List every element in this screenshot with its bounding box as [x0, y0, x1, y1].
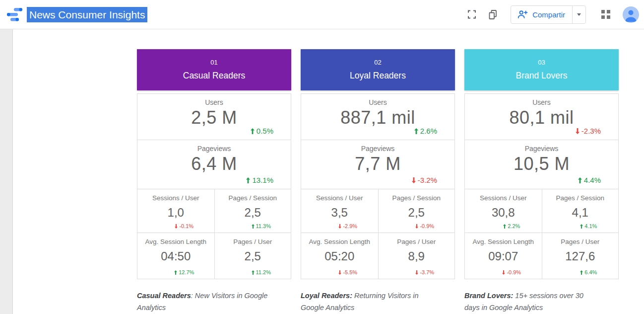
trend-arrow-icon — [414, 128, 418, 134]
card-scorecards: Users 80,1 mil -2.3% Pageviews 10,5 M 4.… — [464, 93, 619, 279]
metrics-grid-row: Sessions / User 1,0 -0.1% Pages / Sessio… — [137, 189, 291, 233]
metric-value: 2,5 M — [137, 107, 291, 128]
metric-label: Pages / User — [379, 233, 455, 245]
metric-label: Pageviews — [301, 140, 454, 153]
segment-caption: Casual Readers: New Visitors in Google A… — [137, 290, 270, 314]
metric-value: 8,9 — [379, 249, 455, 263]
metric-label: Pages / Session — [379, 189, 455, 202]
share-button-main[interactable]: Compartir — [511, 6, 572, 23]
metric-change: -0.9% — [465, 269, 542, 275]
users-scorecard: Users 2,5 M 0.5% — [137, 94, 291, 140]
trend-arrow-icon — [246, 177, 250, 183]
metric-value: 80,1 mil — [465, 107, 618, 128]
pages-per-session-scorecard: Pages / Session 2,5 11.3% — [214, 189, 291, 233]
card-number: 01 — [210, 59, 217, 66]
trend-arrow-icon — [576, 128, 580, 134]
metric-value: 887,1 mil — [301, 107, 454, 128]
metric-value: 04:50 — [137, 249, 214, 263]
metric-label: Sessions / User — [301, 189, 378, 202]
metric-change: -5.5% — [301, 269, 378, 275]
card-title: Brand Lovers — [515, 71, 567, 81]
pages-per-user-scorecard: Pages / User 8,9 -3.7% — [378, 233, 455, 279]
metric-label: Pageviews — [137, 140, 291, 153]
segment-caption: Loyal Readers: Returning Visitors in Goo… — [301, 290, 434, 314]
metric-value: 4,1 — [542, 206, 619, 220]
pageviews-scorecard: Pageviews 6,4 M 13.1% — [137, 140, 291, 189]
pages-per-session-scorecard: Pages / Session 2,5 -0.9% — [378, 189, 455, 233]
metric-change: -2.3% — [576, 127, 601, 135]
share-button-label: Compartir — [532, 10, 565, 19]
avatar[interactable] — [623, 6, 639, 23]
metric-value: 2,5 — [215, 249, 291, 263]
card-header: 02 Loyal Readers — [301, 49, 455, 90]
metric-value: 2,5 — [215, 206, 291, 220]
avg-session-length-scorecard: Avg. Session Length 04:50 12.7% — [137, 233, 214, 279]
sessions-per-user-scorecard: Sessions / User 1,0 -0.1% — [137, 189, 214, 233]
metric-change: 13.1% — [246, 176, 273, 184]
person-add-icon — [517, 9, 528, 20]
metric-label: Avg. Session Length — [137, 233, 214, 245]
metric-change: -0.9% — [379, 223, 455, 229]
avg-session-length-scorecard: Avg. Session Length 05:20 -5.5% — [301, 233, 378, 279]
metric-label: Pages / Session — [215, 189, 291, 202]
trend-arrow-icon — [503, 224, 506, 229]
metric-value: 127,6 — [542, 249, 619, 263]
metric-label: Users — [137, 94, 291, 106]
metric-value: 6,4 M — [137, 154, 291, 174]
trend-arrow-icon — [415, 224, 418, 229]
apps-grid-button[interactable] — [600, 8, 612, 20]
metric-label: Avg. Session Length — [465, 233, 542, 245]
metric-change: 4.4% — [578, 176, 601, 184]
copy-report-button[interactable] — [487, 8, 499, 20]
metric-change: -0.1% — [137, 223, 214, 229]
metrics-grid-row: Sessions / User 3,5 -2.9% Pages / Sessio… — [301, 189, 454, 233]
metric-change: 6.4% — [542, 269, 619, 275]
metric-value: 1,0 — [137, 206, 214, 220]
metric-label: Pages / User — [215, 233, 291, 245]
fullscreen-button[interactable] — [466, 8, 478, 20]
pages-per-user-scorecard: Pages / User 2,5 11.2% — [214, 233, 291, 279]
share-options-dropdown[interactable] — [572, 6, 585, 23]
metric-value: 30,8 — [465, 206, 542, 220]
segment-caption: Brand Lovers: 15+ sessions over 30 days … — [464, 290, 597, 314]
card-scorecards: Users 2,5 M 0.5% Pageviews 6,4 M 13.1% — [137, 93, 291, 279]
segment-card-brand-lovers: 03 Brand Lovers Users 80,1 mil -2.3% Pag… — [464, 49, 619, 279]
trend-arrow-icon — [415, 270, 418, 275]
metric-change: 12.7% — [137, 269, 214, 275]
card-number: 02 — [374, 59, 381, 66]
card-scorecards: Users 887,1 mil 2.6% Pageviews 7,7 M -3.… — [301, 93, 455, 279]
metric-value: 05:20 — [301, 249, 378, 263]
metric-label: Pages / User — [542, 233, 619, 245]
trend-arrow-icon — [174, 270, 177, 275]
card-title: Casual Readers — [183, 71, 245, 81]
data-studio-logo-icon[interactable] — [4, 4, 24, 24]
report-canvas: 01 Casual Readers Users 2,5 M 0.5% Pagev… — [12, 29, 644, 314]
metric-value: 10,5 M — [465, 154, 618, 174]
metric-change: 2.2% — [465, 223, 542, 229]
metrics-grid-row: Avg. Session Length 05:20 -5.5% Pages / … — [301, 233, 454, 279]
metrics-grid-row: Sessions / User 30,8 2.2% Pages / Sessio… — [465, 189, 618, 233]
metric-change: 11.2% — [215, 269, 291, 275]
trend-arrow-icon — [578, 177, 582, 183]
metric-value: 7,7 M — [301, 154, 454, 174]
trend-arrow-icon — [252, 270, 255, 275]
metric-label: Avg. Session Length — [301, 233, 378, 245]
segment-card-casual-readers: 01 Casual Readers Users 2,5 M 0.5% Pagev… — [137, 49, 291, 279]
trend-arrow-icon — [580, 270, 583, 275]
report-title[interactable]: News Consumer Insights — [27, 7, 147, 22]
metric-label: Users — [301, 94, 454, 106]
apps-grid-icon — [601, 10, 610, 19]
share-button[interactable]: Compartir — [511, 5, 586, 24]
trend-arrow-icon — [252, 224, 255, 229]
pages-per-session-scorecard: Pages / Session 4,1 4.1% — [542, 189, 619, 233]
fullscreen-icon — [467, 9, 477, 19]
metric-change: -3.2% — [412, 176, 437, 184]
trend-arrow-icon — [502, 270, 505, 275]
card-header: 03 Brand Lovers — [464, 49, 619, 90]
card-number: 03 — [538, 59, 545, 66]
topbar: News Consumer Insights Compartir — [0, 0, 644, 29]
topbar-actions: Compartir — [466, 5, 639, 24]
sessions-per-user-scorecard: Sessions / User 3,5 -2.9% — [301, 189, 378, 233]
sessions-per-user-scorecard: Sessions / User 30,8 2.2% — [465, 189, 542, 233]
metric-change: 4.1% — [542, 223, 619, 229]
